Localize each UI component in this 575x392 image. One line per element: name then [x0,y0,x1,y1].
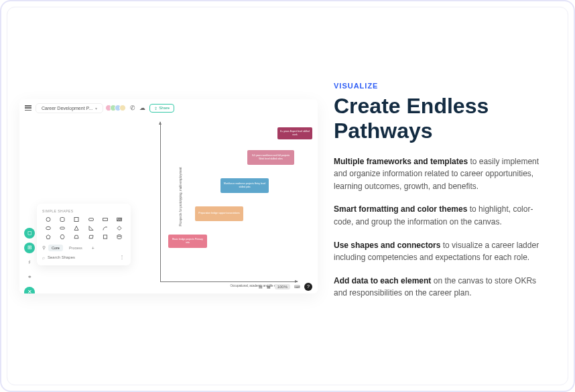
shape-ellipse[interactable] [42,225,54,231]
share-icon: ⇪ [154,106,157,111]
svg-rect-3 [88,218,93,220]
svg-rect-4 [103,218,108,220]
svg-rect-2 [74,217,78,221]
inner-frame: Career Development P... ▾ ✆ ☁ ⇪ Share Pr… [7,7,568,385]
shape-triangle[interactable] [71,225,82,231]
shape-category-tabs: ⚲ Core Process + [42,245,125,252]
menu-icon[interactable] [25,105,31,111]
ladder-card-3[interactable]: Workforce readiness projects Entry level… [220,178,269,193]
phone-icon[interactable]: ✆ [130,105,135,111]
share-label: Share [159,106,170,110]
shape-right-triangle[interactable] [85,225,97,231]
shape-rounded-square[interactable] [56,216,68,222]
shape-search-input[interactable] [48,255,117,259]
shape-circle[interactable] [42,216,54,222]
collab-tool-button[interactable]: ⚭ [24,272,35,283]
eyebrow: VISUALIZE [334,82,549,90]
comment-icon[interactable]: ☁ [139,105,145,111]
shape-hexagon[interactable] [56,234,68,240]
svg-rect-7 [60,227,65,229]
frame-tool-button[interactable]: ♯ [24,257,35,268]
y-axis [160,122,161,281]
keyboard-icon[interactable]: ⌨ [294,284,300,289]
help-button[interactable]: ? [304,283,312,291]
y-axis-label: Prospects for prototyping, multi-employm… [179,167,182,226]
canvas[interactable]: Prospects for prototyping, multi-employm… [19,118,318,293]
svg-rect-8 [103,235,107,238]
text-column: VISUALIZE Create Endless Pathways Multip… [334,82,556,310]
shapes-panel-header: SIMPLE SHAPES [42,209,125,213]
bullet-1: Multiple frameworks and templates to eas… [334,155,549,193]
chevron-down-icon: ▾ [95,106,97,111]
svg-rect-1 [60,217,64,221]
pin-icon[interactable]: ⚲ [42,245,46,251]
connector-tool-button[interactable]: ⊞ [24,243,35,253]
document-title-dropdown[interactable]: Career Development P... ▾ [36,103,103,113]
shape-search-row: ⌕ ⋮ [42,255,125,260]
document-title-text: Career Development P... [42,106,92,111]
svg-point-0 [46,217,50,221]
ladder-card-1[interactable]: Basic bridge projects Primary info [168,235,207,248]
search-icon: ⌕ [42,255,45,260]
shape-hatched[interactable] [114,216,125,222]
zoom-level[interactable]: 100% [275,284,290,289]
shape-cylinder[interactable] [114,234,125,240]
bullet-3-bold: Use shapes and connectors [334,241,440,250]
page-frame: Career Development P... ▾ ✆ ☁ ⇪ Share Pr… [0,0,575,392]
shape-arc[interactable] [99,225,111,231]
shape-trapezoid[interactable] [71,234,82,240]
bullet-4: Add data to each element on the canvas t… [334,275,549,300]
svg-point-9 [117,235,121,236]
ladder-card-4[interactable]: 3-5 years workforce and full projects Wo… [247,150,294,165]
shapes-panel: SIMPLE SHAPES [37,204,131,265]
shape-square[interactable] [71,216,82,222]
ladder-card-5[interactable]: 6+ years Expert level skilled work [277,127,312,139]
collaborator-avatars[interactable] [107,105,126,111]
close-tool-button[interactable]: ✕ [24,287,35,293]
tab-core[interactable]: Core [48,245,63,251]
shape-pentagon[interactable] [42,234,54,240]
grid-icon[interactable]: ▦ [267,284,271,289]
svg-point-6 [46,226,50,230]
bottom-bar: ▤ ▦ 100% ⌨ ? [259,283,312,291]
shapes-tool-button[interactable]: ◻ [24,228,35,239]
shape-rect[interactable] [99,216,111,222]
bullet-2: Smart formatting and color themes to hig… [334,203,549,228]
bullet-4-bold: Add data to each element [334,276,431,285]
layers-icon[interactable]: ▤ [259,284,263,289]
shape-rounded-rect[interactable] [85,216,97,222]
app-topbar: Career Development P... ▾ ✆ ☁ ⇪ Share [19,99,318,117]
shape-grid [42,216,125,240]
share-button[interactable]: ⇪ Share [149,104,174,113]
bullet-1-bold: Multiple frameworks and templates [334,157,468,166]
tab-process[interactable]: Process [66,245,86,251]
tab-add[interactable]: + [88,245,98,252]
app-screenshot: Career Development P... ▾ ✆ ☁ ⇪ Share Pr… [19,99,318,293]
headline: Create Endless Pathways [334,94,549,143]
ladder-card-2[interactable]: Preparation bridge support associations [195,206,243,221]
bullet-2-bold: Smart formatting and color themes [334,204,467,214]
shape-parallelogram[interactable] [85,234,97,240]
tool-rail: ◻ ⊞ ♯ ⚭ ✕ [24,228,35,293]
shape-square2[interactable] [99,234,111,240]
shape-diamond[interactable] [114,225,125,231]
shape-pill[interactable] [56,225,68,231]
x-axis [160,281,298,282]
bullet-3: Use shapes and connectors to visualize a… [334,239,549,264]
